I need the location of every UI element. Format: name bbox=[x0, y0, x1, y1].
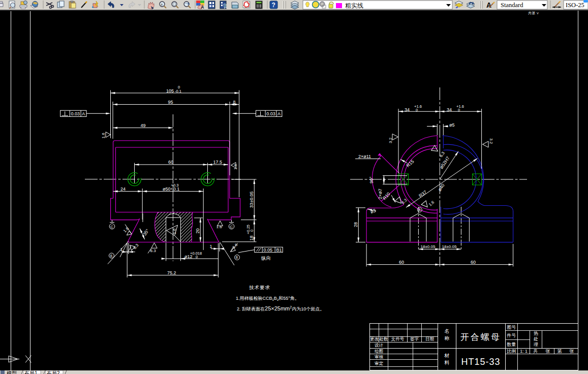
svg-text:料: 料 bbox=[445, 360, 450, 365]
svg-text:数量: 数量 bbox=[507, 342, 516, 347]
svg-text:0: 0 bbox=[196, 255, 198, 259]
svg-text:B: B bbox=[110, 254, 112, 258]
svg-text:1.6: 1.6 bbox=[172, 228, 177, 234]
svg-text:设计: 设计 bbox=[375, 342, 384, 348]
svg-text:28: 28 bbox=[353, 222, 358, 227]
svg-text:24: 24 bbox=[120, 186, 126, 192]
svg-text:34: 34 bbox=[447, 107, 452, 112]
svg-text:ø5: ø5 bbox=[449, 122, 455, 128]
svg-text:比例: 比例 bbox=[507, 349, 516, 354]
svg-text:审核: 审核 bbox=[375, 354, 384, 359]
svg-text:张: 张 bbox=[570, 349, 574, 354]
svg-text:2. 刮研表面在25×25mm2内为10个斑点。: 2. 刮研表面在25×25mm2内为10个斑点。 bbox=[237, 305, 324, 311]
svg-text:热: 热 bbox=[534, 331, 538, 336]
svg-text:0.03: 0.03 bbox=[266, 111, 275, 116]
svg-text:图号: 图号 bbox=[507, 325, 516, 330]
svg-text:3.2: 3.2 bbox=[388, 137, 393, 143]
svg-text:件号: 件号 bbox=[506, 333, 516, 338]
svg-text:1.6: 1.6 bbox=[233, 164, 238, 170]
svg-text:材: 材 bbox=[444, 353, 450, 358]
svg-text:?: ? bbox=[272, 2, 275, 9]
svg-text:绘图: 绘图 bbox=[375, 349, 383, 354]
svg-text:105: 105 bbox=[166, 88, 174, 94]
svg-text:49: 49 bbox=[141, 123, 146, 128]
svg-text:HT15-33: HT15-33 bbox=[461, 357, 500, 367]
svg-text:共: 共 bbox=[533, 349, 538, 354]
svg-text:粗实线: 粗实线 bbox=[345, 2, 363, 9]
svg-text:A: A bbox=[82, 111, 85, 116]
svg-text:+0.25: +0.25 bbox=[246, 225, 251, 234]
svg-text:6.3: 6.3 bbox=[150, 248, 157, 253]
svg-text:95: 95 bbox=[168, 100, 173, 105]
svg-text:1.6: 1.6 bbox=[101, 133, 106, 139]
svg-text:18±0.05: 18±0.05 bbox=[442, 244, 457, 249]
svg-text:1: 1: 1: 1 bbox=[520, 349, 528, 354]
svg-text:17.5: 17.5 bbox=[213, 160, 223, 165]
svg-text:3.2: 3.2 bbox=[489, 138, 493, 144]
svg-text:0: 0 bbox=[416, 108, 418, 112]
svg-text:34: 34 bbox=[405, 107, 410, 112]
svg-text:C: C bbox=[230, 225, 233, 229]
svg-text:B: B bbox=[236, 256, 238, 259]
svg-text:技术要求: 技术要求 bbox=[249, 285, 270, 290]
svg-text:纵向: 纵向 bbox=[261, 255, 271, 261]
svg-text:60: 60 bbox=[399, 260, 404, 265]
svg-text:理: 理 bbox=[534, 342, 538, 347]
svg-text:±: ± bbox=[161, 2, 163, 7]
svg-text:张: 张 bbox=[546, 349, 550, 354]
svg-text:更改: 更改 bbox=[370, 336, 379, 341]
svg-text:称: 称 bbox=[445, 335, 450, 341]
svg-text:1: 1 bbox=[210, 244, 212, 249]
svg-text:0: 0 bbox=[178, 85, 180, 89]
svg-text:处: 处 bbox=[533, 336, 538, 341]
svg-text:共张 ∨: 共张 ∨ bbox=[528, 11, 539, 15]
svg-text:33±0.05: 33±0.05 bbox=[249, 192, 254, 208]
svg-text:90°: 90° bbox=[369, 176, 374, 183]
svg-text:审定: 审定 bbox=[375, 361, 384, 366]
svg-text:1.6: 1.6 bbox=[216, 225, 223, 229]
svg-text:日期: 日期 bbox=[425, 336, 434, 341]
svg-text:20: 20 bbox=[195, 228, 200, 233]
svg-text:1: 1 bbox=[120, 247, 123, 252]
svg-text:开合螺母: 开合螺母 bbox=[460, 332, 501, 342]
svg-text:60: 60 bbox=[168, 160, 173, 165]
svg-text:18: 18 bbox=[249, 235, 254, 240]
svg-text:0: 0 bbox=[250, 230, 254, 232]
svg-text:文件号: 文件号 bbox=[391, 336, 405, 341]
svg-text:-0.1: -0.1 bbox=[175, 89, 181, 94]
svg-text:C: C bbox=[110, 225, 113, 229]
svg-text:2×ø11: 2×ø11 bbox=[358, 154, 371, 159]
svg-text:0: 0 bbox=[458, 108, 460, 112]
svg-text:布局2: 布局2 bbox=[46, 370, 60, 374]
svg-text:Standard: Standard bbox=[501, 2, 523, 9]
svg-text:ø12: ø12 bbox=[184, 254, 193, 259]
svg-text:A: A bbox=[277, 111, 281, 116]
svg-text:75,2: 75,2 bbox=[167, 270, 176, 275]
svg-text:1.用样板检验CCB1B2和55°角。: 1.用样板检验CCB1B2和55°角。 bbox=[236, 296, 299, 301]
svg-text:A: A bbox=[201, 5, 204, 10]
svg-text:签字: 签字 bbox=[410, 336, 419, 341]
svg-text:0.05: 0.05 bbox=[264, 247, 273, 253]
svg-text:B1: B1 bbox=[276, 247, 282, 253]
svg-text:6: 6 bbox=[419, 208, 421, 211]
svg-text:处数: 处数 bbox=[379, 336, 388, 341]
svg-text:模型: 模型 bbox=[7, 370, 17, 374]
svg-text:名: 名 bbox=[445, 328, 450, 334]
svg-text:布局1: 布局1 bbox=[24, 370, 38, 374]
svg-text:+0.3: +0.3 bbox=[171, 183, 179, 188]
svg-text:18±0.05: 18±0.05 bbox=[421, 244, 436, 249]
svg-text:0.03: 0.03 bbox=[71, 111, 80, 116]
svg-text:8: 8 bbox=[233, 100, 236, 105]
svg-text:第: 第 bbox=[558, 349, 562, 354]
svg-text:ISO-25: ISO-25 bbox=[566, 2, 584, 9]
svg-text:60: 60 bbox=[471, 260, 476, 265]
